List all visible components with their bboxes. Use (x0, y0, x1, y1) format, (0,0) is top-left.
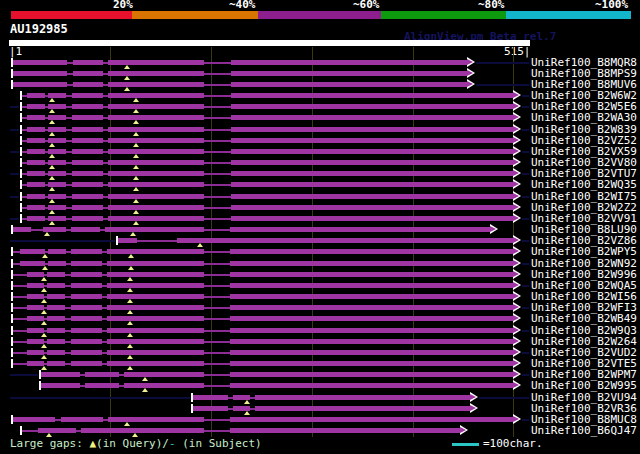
subject-gap-segment[interactable] (204, 385, 230, 387)
subject-gap-segment[interactable] (204, 140, 231, 142)
alignment-segment[interactable] (12, 82, 67, 87)
alignment-segment[interactable] (107, 305, 204, 310)
alignment-segment[interactable] (38, 428, 76, 433)
alignment-segment[interactable] (71, 316, 102, 321)
alignment-segment[interactable] (71, 283, 102, 288)
alignment-segment[interactable] (27, 127, 45, 132)
subject-gap-segment[interactable] (204, 62, 231, 64)
alignment-segment[interactable] (72, 93, 103, 98)
subject-gap-segment[interactable] (204, 73, 231, 75)
alignment-segment[interactable] (71, 305, 102, 310)
alignment-segment[interactable] (27, 182, 45, 187)
alignment-segment[interactable] (72, 171, 103, 176)
alignment-segment[interactable] (117, 238, 137, 243)
alignment-segment[interactable] (108, 138, 204, 143)
alignment-segment[interactable] (47, 283, 65, 288)
subject-gap-segment[interactable] (204, 363, 230, 365)
subject-gap-segment[interactable] (204, 341, 230, 343)
alignment-segment[interactable] (108, 182, 204, 187)
alignment-segment[interactable] (230, 227, 490, 232)
subject-gap-segment[interactable] (204, 162, 231, 164)
subject-gap-segment[interactable] (204, 95, 231, 97)
subject-gap-segment[interactable] (204, 218, 231, 220)
alignment-segment[interactable] (230, 261, 513, 266)
alignment-segment[interactable] (72, 160, 103, 165)
subject-gap-segment[interactable] (12, 363, 27, 365)
alignment-segment[interactable] (40, 372, 80, 377)
alignment-segment[interactable] (107, 249, 204, 254)
alignment-segment[interactable] (108, 417, 204, 422)
alignment-segment[interactable] (27, 104, 45, 109)
alignment-segment[interactable] (72, 216, 103, 221)
alignment-segment[interactable] (230, 372, 513, 377)
alignment-segment[interactable] (107, 294, 204, 299)
alignment-segment[interactable] (27, 115, 45, 120)
alignment-segment[interactable] (107, 350, 204, 355)
alignment-segment[interactable] (124, 372, 204, 377)
alignment-segment[interactable] (12, 60, 67, 65)
subject-gap-segment[interactable] (204, 296, 230, 298)
alignment-segment[interactable] (231, 205, 513, 210)
alignment-segment[interactable] (12, 417, 55, 422)
subject-gap-segment[interactable] (12, 285, 27, 287)
alignment-segment[interactable] (108, 60, 204, 65)
alignment-segment[interactable] (48, 249, 66, 254)
alignment-segment[interactable] (27, 205, 45, 210)
subject-gap-segment[interactable] (204, 263, 230, 265)
alignment-segment[interactable] (27, 160, 45, 165)
alignment-segment[interactable] (231, 127, 513, 132)
alignment-segment[interactable] (85, 372, 119, 377)
alignment-segment[interactable] (107, 328, 204, 333)
alignment-segment[interactable] (47, 305, 65, 310)
alignment-segment[interactable] (12, 227, 31, 232)
alignment-segment[interactable] (108, 71, 204, 76)
subject-gap-segment[interactable] (12, 251, 20, 253)
subject-gap-segment[interactable] (204, 151, 231, 153)
subject-gap-segment[interactable] (204, 318, 230, 320)
alignment-segment[interactable] (230, 383, 513, 388)
alignment-segment[interactable] (231, 182, 513, 187)
alignment-segment[interactable] (71, 261, 102, 266)
alignment-segment[interactable] (73, 71, 103, 76)
alignment-segment[interactable] (108, 104, 204, 109)
alignment-segment[interactable] (107, 283, 204, 288)
alignment-segment[interactable] (72, 205, 103, 210)
alignment-segment[interactable] (108, 82, 204, 87)
subject-label[interactable]: UniRef100_B6QJ47 (531, 425, 637, 437)
alignment-segment[interactable] (231, 82, 467, 87)
alignment-segment[interactable] (47, 316, 65, 321)
alignment-segment[interactable] (47, 361, 65, 366)
alignment-segment[interactable] (108, 171, 204, 176)
alignment-segment[interactable] (108, 115, 204, 120)
subject-gap-segment[interactable] (31, 229, 43, 231)
alignment-segment[interactable] (230, 283, 513, 288)
alignment-segment[interactable] (108, 127, 204, 132)
subject-gap-segment[interactable] (204, 374, 230, 376)
alignment-segment[interactable] (108, 205, 204, 210)
alignment-segment[interactable] (124, 383, 204, 388)
alignment-segment[interactable] (231, 194, 513, 199)
alignment-row[interactable]: UniRef100_B6QJ47 (0, 425, 640, 437)
subject-gap-segment[interactable] (204, 129, 231, 131)
alignment-segment[interactable] (71, 249, 102, 254)
alignment-segment[interactable] (27, 171, 45, 176)
alignment-segment[interactable] (231, 160, 513, 165)
alignment-segment[interactable] (192, 406, 228, 411)
alignment-segment[interactable] (177, 238, 513, 243)
alignment-segment[interactable] (47, 294, 65, 299)
subject-gap-segment[interactable] (12, 352, 27, 354)
alignment-segment[interactable] (255, 395, 470, 400)
alignment-segment[interactable] (231, 138, 513, 143)
alignment-segment[interactable] (72, 104, 103, 109)
subject-gap-segment[interactable] (12, 296, 27, 298)
alignment-segment[interactable] (108, 93, 204, 98)
subject-gap-segment[interactable] (204, 229, 230, 231)
subject-gap-segment[interactable] (204, 251, 230, 253)
alignment-segment[interactable] (230, 316, 513, 321)
alignment-segment[interactable] (230, 294, 513, 299)
alignment-segment[interactable] (231, 171, 513, 176)
alignment-segment[interactable] (40, 383, 80, 388)
alignment-segment[interactable] (108, 149, 204, 154)
alignment-segment[interactable] (108, 194, 204, 199)
subject-gap-segment[interactable] (204, 330, 230, 332)
